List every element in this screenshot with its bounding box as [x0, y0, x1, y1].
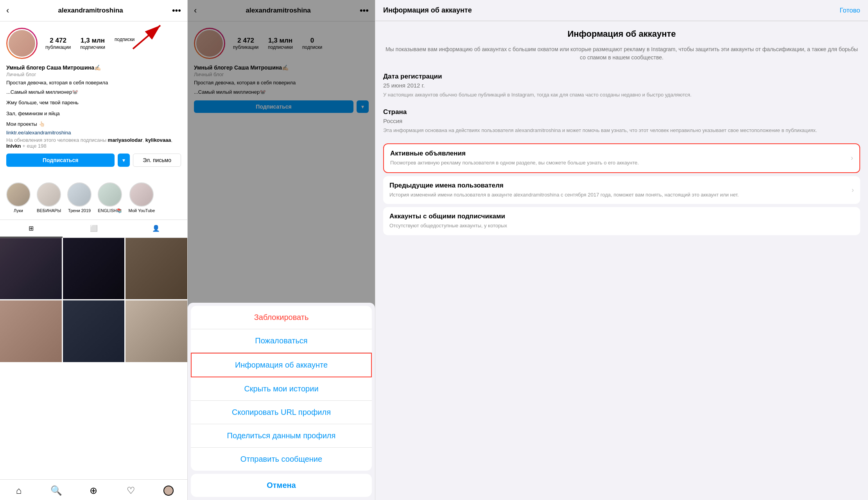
stat-followers-number-left: 1,3 млн: [81, 37, 105, 45]
card-previous-usernames[interactable]: Предыдущие имена пользователя История из…: [383, 176, 860, 204]
profile-bio-8-left: Мои проекты 👆🏻: [6, 120, 181, 128]
nav-likes-left[interactable]: ♡: [112, 483, 150, 498]
follow-button-left[interactable]: Подписаться: [6, 154, 115, 167]
avatar-image-left: [9, 30, 35, 57]
back-icon-left[interactable]: ‹: [6, 5, 9, 16]
profile-bio-6-left: Зал, феминизм и яйца: [6, 110, 181, 118]
email-button-left[interactable]: Эл. письмо: [133, 154, 181, 167]
highlights-section-left: Луки ВЕБИНАРЫ Трени 2019 ENGLISH📚 Мой Yo…: [0, 179, 187, 220]
profile-link-left[interactable]: linktr.ee/alexandramitroshina: [6, 130, 181, 136]
highlight-luky-label: Луки: [14, 208, 23, 213]
card-previous-usernames-content: Предыдущие имена пользователя История из…: [389, 182, 852, 199]
search-icon-left: 🔍: [50, 485, 62, 496]
stat-followers-left: 1,3 млн подписчики: [80, 37, 105, 50]
action-block-label: Заблокировать: [254, 313, 309, 322]
account-info-content: Информация об аккаунте Мы показываем вам…: [375, 21, 868, 500]
highlight-english[interactable]: ENGLISH📚: [98, 182, 122, 213]
card-active-ads-desc: Посмотрев активную рекламу пользователя …: [390, 159, 851, 167]
grid-cell-4[interactable]: [0, 300, 62, 362]
card-common-followers-content: Аккаунты с общими подписчиками Отсутству…: [389, 212, 854, 230]
tagged-icon-left: 👤: [152, 225, 160, 232]
grid-cell-6[interactable]: [126, 300, 187, 362]
section-registration-date-desc: У настоящих аккаунтов обычно больше публ…: [383, 91, 860, 99]
stat-following-label-left: подписки: [115, 37, 135, 42]
grid-cell-3[interactable]: [126, 238, 187, 300]
list-icon-left: ⬜: [90, 225, 98, 232]
action-send-message-label: Отправить сообщение: [240, 455, 322, 464]
more-icon-left[interactable]: •••: [172, 5, 181, 16]
grid-cell-5[interactable]: [63, 300, 125, 362]
highlight-luky[interactable]: Луки: [6, 182, 30, 213]
card-active-ads-chevron: ›: [851, 154, 853, 162]
highlight-webinars[interactable]: ВЕБИНАРЫ: [37, 182, 61, 213]
panel-profile-left: ‹ alexandramitroshina ••• 2 472 публикац…: [0, 0, 188, 500]
action-copy-url[interactable]: Скопировать URL профиля: [191, 401, 372, 424]
tab-list-left[interactable]: ⬜: [63, 220, 125, 238]
action-cancel-label: Отмена: [267, 481, 296, 490]
action-share-profile-label: Поделиться данным профиля: [227, 431, 336, 440]
account-info-main-title: Информация об аккаунте: [383, 29, 860, 39]
action-sheet: Заблокировать Пожаловаться Информация об…: [188, 303, 375, 500]
stat-following-left: подписки: [115, 37, 135, 50]
nav-home-left[interactable]: ⌂: [0, 483, 38, 498]
grid-cell-2[interactable]: [63, 238, 125, 300]
action-sheet-cancel-group: Отмена: [191, 474, 372, 497]
section-country-title: Страна: [383, 108, 860, 116]
bottom-nav-left: ⌂ 🔍 ⊕ ♡: [0, 479, 187, 500]
account-info-header: Информация об аккаунте Готово: [375, 0, 868, 21]
profile-name-left: Умный блогер Саша Митрошина✍🏻: [6, 64, 181, 71]
nav-add-left[interactable]: ⊕: [75, 483, 113, 498]
action-hide-stories[interactable]: Скрыть мои истории: [191, 377, 372, 401]
grid-section-left: [0, 238, 187, 362]
card-previous-usernames-desc: История изменений имени пользователя в а…: [389, 191, 852, 199]
highlight-youtube[interactable]: Мой YouTube: [128, 182, 155, 213]
card-common-followers-row: Аккаунты с общими подписчиками Отсутству…: [389, 212, 854, 230]
tabs-row-left: ⊞ ⬜ 👤: [0, 220, 187, 238]
profile-bio-1-left: Простая девочка, которая в себя поверила: [6, 79, 181, 87]
action-report-label: Пожаловаться: [255, 336, 307, 345]
card-previous-usernames-chevron: ›: [852, 186, 854, 194]
grid-icon-left: ⊞: [29, 225, 34, 232]
profile-bio-4-left: Жму больше, чем твой парень: [6, 99, 181, 107]
action-account-info[interactable]: Информация об аккаунте: [191, 353, 372, 377]
action-sheet-group: Заблокировать Пожаловаться Информация об…: [191, 306, 372, 471]
grid-cell-1[interactable]: [0, 238, 62, 300]
action-send-message[interactable]: Отправить сообщение: [191, 448, 372, 471]
account-info-panel: Информация об аккаунте Готово Информация…: [375, 0, 868, 500]
card-common-followers-desc: Отсутствуют общедоступные аккаунты, у ко…: [389, 222, 854, 230]
stat-posts-label-left: публикации: [45, 45, 71, 50]
action-copy-url-label: Скопировать URL профиля: [232, 408, 331, 417]
section-registration-date: Дата регистрации 25 июня 2012 г. У насто…: [383, 73, 860, 99]
action-share-profile[interactable]: Поделиться данным профиля: [191, 424, 372, 448]
account-info-done-button[interactable]: Готово: [840, 7, 861, 14]
stat-followers-label-left: подписчики: [80, 45, 105, 50]
action-account-info-label: Информация об аккаунте: [235, 361, 328, 370]
section-country-value: Россия: [383, 118, 860, 124]
highlight-treni-label: Трени 2019: [68, 208, 91, 213]
action-block[interactable]: Заблокировать: [191, 306, 372, 329]
follow-dropdown-left[interactable]: ▾: [118, 154, 130, 167]
card-common-followers: Аккаунты с общими подписчиками Отсутству…: [383, 207, 860, 235]
highlight-youtube-label: Мой YouTube: [128, 208, 155, 213]
nav-profile-left[interactable]: [150, 483, 187, 498]
profile-avatar-icon-left: [163, 486, 174, 496]
account-info-title: Информация об аккаунте: [383, 6, 472, 14]
nav-search-left[interactable]: 🔍: [38, 483, 75, 498]
card-previous-usernames-row: Предыдущие имена пользователя История из…: [389, 182, 854, 199]
stats-row-left: 2 472 публикации 1,3 млн подписчики подп…: [45, 37, 181, 50]
avatar-ring-left: [6, 28, 38, 59]
add-icon-left: ⊕: [90, 485, 97, 496]
button-row-left: Подписаться ▾ Эл. письмо: [6, 154, 181, 167]
tab-grid-left[interactable]: ⊞: [0, 220, 63, 238]
stat-posts-left: 2 472 публикации: [45, 37, 71, 50]
action-cancel-button[interactable]: Отмена: [191, 474, 372, 497]
home-icon-left: ⌂: [16, 485, 22, 496]
section-country: Страна Россия Эта информация основана на…: [383, 108, 860, 134]
highlight-webinars-label: ВЕБИНАРЫ: [37, 208, 61, 213]
action-report[interactable]: Пожаловаться: [191, 329, 372, 353]
highlight-treni[interactable]: Трени 2019: [67, 182, 91, 213]
stat-posts-number-left: 2 472: [50, 37, 66, 45]
profile-followers-note-left: На обновления этого человека подписаны m…: [6, 137, 181, 149]
card-active-ads[interactable]: Активные объявления Посмотрев активную р…: [383, 143, 860, 173]
tab-tagged-left[interactable]: 👤: [125, 220, 187, 238]
